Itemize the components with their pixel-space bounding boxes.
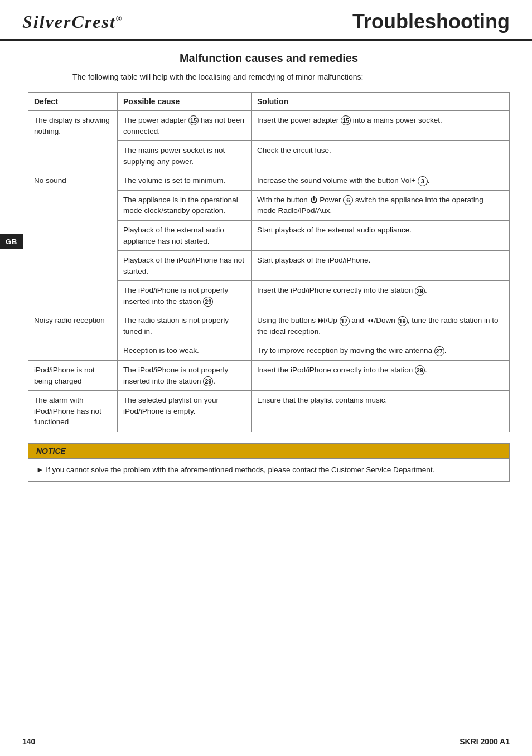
col-header-cause: Possible cause bbox=[118, 93, 252, 111]
page-footer: 140 SKRI 2000 A1 bbox=[0, 737, 532, 746]
solution-cell: Increase the sound volume with the butto… bbox=[252, 171, 510, 191]
page-number: 140 bbox=[22, 737, 35, 746]
defect-cell: No sound bbox=[28, 171, 118, 311]
ref-number: 29 bbox=[203, 297, 213, 307]
solution-cell: Using the buttons ⏭/Up 17 and ⏮/Down 19,… bbox=[252, 311, 510, 341]
cause-cell: The radio station is not properly tuned … bbox=[118, 311, 252, 341]
language-tab: GB bbox=[0, 234, 23, 249]
notice-box: NOTICE If you cannot solve the problem w… bbox=[28, 443, 510, 482]
solution-cell: Ensure that the playlist contains music. bbox=[252, 391, 510, 432]
cause-cell: Playback of the external audio appliance… bbox=[118, 220, 252, 250]
cause-cell: The mains power socket is not supplying … bbox=[118, 141, 252, 171]
ref-number: 6 bbox=[343, 195, 353, 205]
brand-logo: SilverCrest® bbox=[22, 12, 123, 32]
ref-number: 29 bbox=[203, 376, 213, 386]
solution-cell: Check the circuit fuse. bbox=[252, 141, 510, 171]
page-title: Troubleshooting bbox=[352, 10, 510, 33]
table-row: The alarm with iPod/iPhone has not funct… bbox=[28, 391, 510, 432]
defect-cell: iPod/iPhone is not being charged bbox=[28, 361, 118, 391]
table-row: iPod/iPhone is not being charged The iPo… bbox=[28, 361, 510, 391]
table-row: No sound The volume is set to minimum. I… bbox=[28, 171, 510, 191]
ref-number: 15 bbox=[341, 115, 351, 125]
col-header-solution: Solution bbox=[252, 93, 510, 111]
model-number: SKRI 2000 A1 bbox=[460, 737, 510, 746]
ref-number: 17 bbox=[340, 316, 350, 326]
cause-cell: The volume is set to minimum. bbox=[118, 171, 252, 191]
notice-header: NOTICE bbox=[28, 444, 509, 459]
ref-number: 27 bbox=[434, 346, 444, 356]
defect-cell: The display is showing nothing. bbox=[28, 111, 118, 171]
cause-cell: The iPod/iPhone is not properly inserted… bbox=[118, 281, 252, 311]
ref-number: 19 bbox=[398, 316, 408, 326]
cause-cell: Reception is too weak. bbox=[118, 341, 252, 361]
section-title: Malfunction causes and remedies bbox=[28, 52, 510, 65]
col-header-defect: Defect bbox=[28, 93, 118, 111]
ref-number: 15 bbox=[188, 115, 199, 125]
notice-text: If you cannot solve the problem with the… bbox=[36, 464, 501, 476]
page-header: SilverCrest® Troubleshooting bbox=[0, 0, 532, 41]
ref-number: 29 bbox=[415, 286, 425, 296]
brand-registered: ® bbox=[116, 14, 123, 23]
cause-cell: The iPod/iPhone is not properly inserted… bbox=[118, 361, 252, 391]
ref-number: 29 bbox=[415, 365, 425, 375]
solution-cell: With the button ⏻ Power 6 switch the app… bbox=[252, 190, 510, 220]
ref-number: 3 bbox=[418, 176, 428, 186]
notice-body: If you cannot solve the problem with the… bbox=[28, 459, 509, 481]
cause-cell: The power adapter 15 has not been connec… bbox=[118, 111, 252, 141]
solution-cell: Try to improve reception by moving the w… bbox=[252, 341, 510, 361]
brand-name: SilverCrest bbox=[22, 12, 116, 32]
intro-text: The following table will help with the l… bbox=[72, 71, 465, 83]
solution-cell: Insert the iPod/iPhone correctly into th… bbox=[252, 361, 510, 391]
solution-cell: Start playback of the external audio app… bbox=[252, 220, 510, 250]
cause-cell: The appliance is in the operational mode… bbox=[118, 190, 252, 220]
cause-cell: The selected playlist on your iPod/iPhon… bbox=[118, 391, 252, 432]
defect-cell: Noisy radio reception bbox=[28, 311, 118, 361]
table-row: The display is showing nothing. The powe… bbox=[28, 111, 510, 141]
solution-cell: Start playback of the iPod/iPhone. bbox=[252, 251, 510, 281]
defect-cell: The alarm with iPod/iPhone has not funct… bbox=[28, 391, 118, 432]
table-row: Noisy radio reception The radio station … bbox=[28, 311, 510, 341]
solution-cell: Insert the power adapter 15 into a mains… bbox=[252, 111, 510, 141]
main-content: Malfunction causes and remedies The foll… bbox=[0, 41, 532, 504]
solution-cell: Insert the iPod/iPhone correctly into th… bbox=[252, 281, 510, 311]
troubleshooting-table: Defect Possible cause Solution The displ… bbox=[28, 92, 510, 432]
cause-cell: Playback of the iPod/iPhone has not star… bbox=[118, 251, 252, 281]
